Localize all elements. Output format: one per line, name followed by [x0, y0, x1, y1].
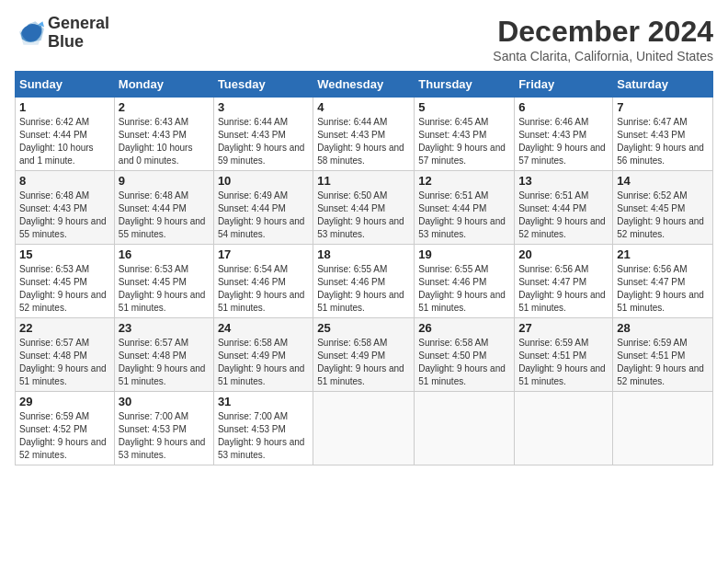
day-number: 13 [518, 174, 609, 188]
day-number: 14 [617, 174, 709, 188]
day-number: 19 [418, 247, 510, 261]
calendar-cell: 17Sunrise: 6:54 AMSunset: 4:46 PMDayligh… [213, 245, 313, 318]
day-number: 11 [317, 174, 410, 188]
cell-info: Sunrise: 6:59 AMSunset: 4:51 PMDaylight:… [518, 337, 609, 388]
calendar-cell: 16Sunrise: 6:53 AMSunset: 4:45 PMDayligh… [114, 245, 213, 318]
week-row-2: 8Sunrise: 6:48 AMSunset: 4:43 PMDaylight… [16, 171, 713, 245]
calendar-cell [515, 392, 613, 465]
calendar-cell: 24Sunrise: 6:58 AMSunset: 4:49 PMDayligh… [213, 318, 313, 392]
calendar-cell: 14Sunrise: 6:52 AMSunset: 4:45 PMDayligh… [613, 171, 713, 245]
header-friday: Friday [515, 72, 613, 98]
day-number: 4 [317, 100, 410, 114]
calendar-cell: 22Sunrise: 6:57 AMSunset: 4:48 PMDayligh… [16, 318, 115, 392]
page-header: General Blue December 2024 Santa Clarita… [15, 15, 713, 63]
day-number: 26 [418, 321, 510, 335]
cell-info: Sunrise: 6:58 AMSunset: 4:50 PMDaylight:… [418, 337, 510, 388]
day-number: 9 [119, 174, 210, 188]
calendar-cell: 23Sunrise: 6:57 AMSunset: 4:48 PMDayligh… [114, 318, 213, 392]
calendar-cell: 9Sunrise: 6:48 AMSunset: 4:44 PMDaylight… [114, 171, 213, 245]
cell-info: Sunrise: 6:49 AMSunset: 4:44 PMDaylight:… [218, 190, 309, 241]
cell-info: Sunrise: 6:54 AMSunset: 4:46 PMDaylight:… [218, 263, 309, 315]
week-row-5: 29Sunrise: 6:59 AMSunset: 4:52 PMDayligh… [16, 392, 713, 465]
day-number: 31 [218, 395, 309, 408]
calendar-cell: 30Sunrise: 7:00 AMSunset: 4:53 PMDayligh… [114, 392, 213, 465]
day-number: 10 [218, 174, 309, 188]
day-number: 8 [19, 174, 110, 188]
cell-info: Sunrise: 6:42 AMSunset: 4:44 PMDaylight:… [19, 116, 110, 167]
cell-info: Sunrise: 6:56 AMSunset: 4:47 PMDaylight:… [518, 263, 609, 315]
day-number: 25 [317, 321, 410, 335]
calendar-cell: 6Sunrise: 6:46 AMSunset: 4:43 PMDaylight… [515, 98, 613, 171]
week-row-1: 1Sunrise: 6:42 AMSunset: 4:44 PMDaylight… [16, 98, 713, 171]
day-number: 28 [617, 321, 709, 335]
day-number: 30 [119, 395, 210, 408]
calendar-cell: 31Sunrise: 7:00 AMSunset: 4:53 PMDayligh… [213, 392, 313, 465]
calendar-cell: 29Sunrise: 6:59 AMSunset: 4:52 PMDayligh… [16, 392, 115, 465]
cell-info: Sunrise: 6:55 AMSunset: 4:46 PMDaylight:… [418, 263, 510, 315]
week-row-3: 15Sunrise: 6:53 AMSunset: 4:45 PMDayligh… [16, 245, 713, 318]
day-number: 21 [617, 247, 709, 261]
day-number: 3 [218, 100, 309, 114]
calendar-cell: 11Sunrise: 6:50 AMSunset: 4:44 PMDayligh… [313, 171, 415, 245]
cell-info: Sunrise: 6:57 AMSunset: 4:48 PMDaylight:… [119, 337, 210, 388]
cell-info: Sunrise: 6:50 AMSunset: 4:44 PMDaylight:… [317, 190, 410, 241]
title-block: December 2024 Santa Clarita, California,… [493, 15, 713, 63]
calendar-cell: 8Sunrise: 6:48 AMSunset: 4:43 PMDaylight… [16, 171, 115, 245]
header-thursday: Thursday [415, 72, 515, 98]
calendar-cell [313, 392, 415, 465]
header-wednesday: Wednesday [313, 72, 415, 98]
cell-info: Sunrise: 6:53 AMSunset: 4:45 PMDaylight:… [19, 263, 110, 315]
day-number: 7 [617, 100, 709, 114]
calendar-cell: 28Sunrise: 6:59 AMSunset: 4:51 PMDayligh… [613, 318, 713, 392]
header-saturday: Saturday [613, 72, 713, 98]
calendar-cell: 5Sunrise: 6:45 AMSunset: 4:43 PMDaylight… [415, 98, 515, 171]
location: Santa Clarita, California, United States [493, 49, 713, 63]
cell-info: Sunrise: 7:00 AMSunset: 4:53 PMDaylight:… [119, 410, 210, 462]
calendar-cell: 18Sunrise: 6:55 AMSunset: 4:46 PMDayligh… [313, 245, 415, 318]
cell-info: Sunrise: 6:53 AMSunset: 4:45 PMDaylight:… [119, 263, 210, 315]
cell-info: Sunrise: 6:48 AMSunset: 4:44 PMDaylight:… [119, 190, 210, 241]
calendar-cell: 27Sunrise: 6:59 AMSunset: 4:51 PMDayligh… [515, 318, 613, 392]
calendar-header-row: SundayMondayTuesdayWednesdayThursdayFrid… [16, 72, 713, 98]
cell-info: Sunrise: 7:00 AMSunset: 4:53 PMDaylight:… [218, 410, 309, 462]
day-number: 6 [518, 100, 609, 114]
week-row-4: 22Sunrise: 6:57 AMSunset: 4:48 PMDayligh… [16, 318, 713, 392]
day-number: 27 [518, 321, 609, 335]
day-number: 24 [218, 321, 309, 335]
day-number: 29 [19, 395, 110, 408]
cell-info: Sunrise: 6:45 AMSunset: 4:43 PMDaylight:… [418, 116, 510, 167]
logo: General Blue [15, 15, 109, 52]
calendar-cell: 26Sunrise: 6:58 AMSunset: 4:50 PMDayligh… [415, 318, 515, 392]
logo-text: General Blue [48, 15, 109, 52]
cell-info: Sunrise: 6:59 AMSunset: 4:52 PMDaylight:… [19, 410, 110, 462]
calendar-cell: 1Sunrise: 6:42 AMSunset: 4:44 PMDaylight… [16, 98, 115, 171]
day-number: 20 [518, 247, 609, 261]
cell-info: Sunrise: 6:59 AMSunset: 4:51 PMDaylight:… [617, 337, 709, 388]
calendar-cell: 3Sunrise: 6:44 AMSunset: 4:43 PMDaylight… [213, 98, 313, 171]
cell-info: Sunrise: 6:44 AMSunset: 4:43 PMDaylight:… [218, 116, 309, 167]
calendar-cell: 4Sunrise: 6:44 AMSunset: 4:43 PMDaylight… [313, 98, 415, 171]
month-title: December 2024 [493, 15, 713, 49]
day-number: 12 [418, 174, 510, 188]
calendar-cell: 25Sunrise: 6:58 AMSunset: 4:49 PMDayligh… [313, 318, 415, 392]
cell-info: Sunrise: 6:51 AMSunset: 4:44 PMDaylight:… [418, 190, 510, 241]
calendar-cell: 20Sunrise: 6:56 AMSunset: 4:47 PMDayligh… [515, 245, 613, 318]
cell-info: Sunrise: 6:56 AMSunset: 4:47 PMDaylight:… [617, 263, 709, 315]
header-tuesday: Tuesday [213, 72, 313, 98]
cell-info: Sunrise: 6:57 AMSunset: 4:48 PMDaylight:… [19, 337, 110, 388]
cell-info: Sunrise: 6:51 AMSunset: 4:44 PMDaylight:… [518, 190, 609, 241]
day-number: 2 [119, 100, 210, 114]
cell-info: Sunrise: 6:43 AMSunset: 4:43 PMDaylight:… [119, 116, 210, 167]
calendar-cell: 7Sunrise: 6:47 AMSunset: 4:43 PMDaylight… [613, 98, 713, 171]
day-number: 22 [19, 321, 110, 335]
calendar-cell: 12Sunrise: 6:51 AMSunset: 4:44 PMDayligh… [415, 171, 515, 245]
calendar-cell: 2Sunrise: 6:43 AMSunset: 4:43 PMDaylight… [114, 98, 213, 171]
header-sunday: Sunday [16, 72, 115, 98]
day-number: 5 [418, 100, 510, 114]
day-number: 15 [19, 247, 110, 261]
cell-info: Sunrise: 6:58 AMSunset: 4:49 PMDaylight:… [317, 337, 410, 388]
calendar-cell [415, 392, 515, 465]
day-number: 17 [218, 247, 309, 261]
calendar-cell: 15Sunrise: 6:53 AMSunset: 4:45 PMDayligh… [16, 245, 115, 318]
cell-info: Sunrise: 6:44 AMSunset: 4:43 PMDaylight:… [317, 116, 410, 167]
